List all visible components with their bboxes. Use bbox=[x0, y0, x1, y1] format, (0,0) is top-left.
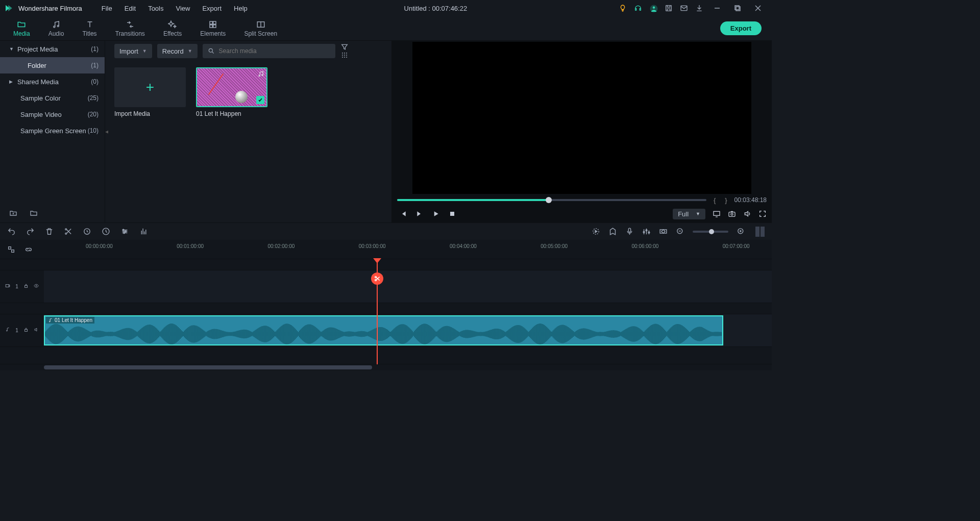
add-folder-icon[interactable] bbox=[9, 209, 17, 217]
speed-icon[interactable] bbox=[102, 227, 110, 236]
svg-rect-13 bbox=[210, 24, 212, 27]
headphones-icon[interactable] bbox=[634, 4, 642, 12]
search-input[interactable] bbox=[219, 47, 330, 55]
render-icon[interactable] bbox=[592, 227, 600, 236]
plus-icon: + bbox=[146, 79, 154, 95]
sidebar-item-sample-color[interactable]: Sample Color (25) bbox=[0, 90, 105, 106]
mute-icon[interactable] bbox=[34, 327, 39, 334]
timeline-scrollbar[interactable] bbox=[44, 365, 372, 369]
fullscreen-icon[interactable] bbox=[758, 210, 767, 218]
mark-in-icon[interactable]: { bbox=[712, 196, 718, 204]
preview-seek-slider[interactable] bbox=[397, 199, 706, 201]
video-track[interactable]: 1 bbox=[0, 270, 772, 303]
zoom-fit-icon[interactable] bbox=[755, 227, 765, 237]
audio-clip[interactable]: 01 Let It Happen bbox=[44, 315, 723, 345]
zoom-in-icon[interactable] bbox=[737, 227, 745, 236]
playhead[interactable] bbox=[377, 259, 378, 364]
sidebar-item-sample-video[interactable]: Sample Video (20) bbox=[0, 106, 105, 122]
svg-rect-53 bbox=[24, 286, 27, 288]
zoom-out-icon[interactable] bbox=[676, 227, 684, 236]
music-note-icon bbox=[48, 318, 53, 323]
menu-view[interactable]: View bbox=[170, 3, 195, 14]
display-icon[interactable] bbox=[713, 210, 721, 218]
voiceover-icon[interactable] bbox=[625, 227, 634, 236]
split-playhead-icon[interactable] bbox=[371, 272, 383, 285]
color-icon[interactable] bbox=[120, 227, 129, 236]
window-minimize[interactable] bbox=[710, 2, 724, 15]
mark-out-icon[interactable]: } bbox=[723, 196, 729, 204]
download-icon[interactable] bbox=[695, 4, 703, 12]
import-dropdown[interactable]: Import ▼ bbox=[114, 44, 152, 58]
record-label: Record bbox=[162, 47, 184, 55]
record-dropdown[interactable]: Record ▼ bbox=[157, 44, 198, 58]
folder-nav-icon[interactable] bbox=[30, 209, 38, 217]
svg-point-37 bbox=[122, 229, 124, 231]
media-clip-thumb[interactable] bbox=[196, 67, 267, 107]
menu-help[interactable]: Help bbox=[229, 3, 253, 14]
sidebar-item-project-media[interactable]: ▼ Project Media (1) bbox=[0, 41, 105, 57]
svg-point-25 bbox=[344, 57, 345, 58]
svg-rect-2 bbox=[666, 6, 672, 11]
lock-icon[interactable] bbox=[23, 327, 29, 334]
audio-track[interactable]: 1 01 Let It Happen bbox=[0, 314, 772, 347]
svg-rect-49 bbox=[12, 250, 14, 252]
tab-elements[interactable]: Elements bbox=[191, 18, 235, 39]
grid-view-icon[interactable] bbox=[340, 51, 349, 59]
filter-icon[interactable] bbox=[340, 43, 349, 51]
volume-icon[interactable] bbox=[743, 210, 751, 218]
project-title: Untitled : 00:07:46:22 bbox=[255, 5, 617, 12]
sidebar-item-sample-green[interactable]: Sample Green Screen (10) bbox=[0, 122, 105, 139]
export-button[interactable]: Export bbox=[720, 21, 762, 35]
sidebar-item-shared-media[interactable]: ▶ Shared Media (0) bbox=[0, 73, 105, 90]
window-close[interactable] bbox=[751, 2, 765, 15]
timeline-ruler[interactable]: 00:00:00:0000:01:00:0000:02:00:0000:03:0… bbox=[86, 243, 772, 256]
tip-icon[interactable] bbox=[619, 4, 627, 12]
marker-icon[interactable] bbox=[608, 227, 617, 236]
sidebar-item-label: Sample Green Screen bbox=[20, 127, 88, 135]
audio-adjust-icon[interactable] bbox=[139, 227, 148, 236]
mail-icon[interactable] bbox=[680, 4, 688, 12]
account-icon[interactable] bbox=[649, 4, 657, 12]
menu-file[interactable]: File bbox=[96, 3, 117, 14]
stop-button[interactable] bbox=[448, 210, 456, 218]
snapshot-icon[interactable] bbox=[728, 210, 736, 218]
sidebar-item-folder[interactable]: Folder (1) bbox=[0, 57, 105, 73]
tab-audio[interactable]: Audio bbox=[39, 18, 74, 39]
eye-icon[interactable] bbox=[34, 283, 39, 290]
undo-icon[interactable] bbox=[7, 227, 16, 236]
keyframe-icon[interactable] bbox=[659, 227, 668, 236]
window-maximize[interactable] bbox=[731, 2, 744, 15]
play-button[interactable] bbox=[432, 210, 440, 218]
video-track-icon bbox=[5, 283, 10, 290]
tab-split-screen[interactable]: Split Screen bbox=[235, 18, 286, 39]
tab-effects[interactable]: Effects bbox=[154, 18, 191, 39]
timeline-snap-icon[interactable] bbox=[7, 245, 15, 254]
crop-icon[interactable] bbox=[83, 227, 91, 236]
delete-icon[interactable] bbox=[45, 227, 54, 236]
zoom-slider[interactable] bbox=[693, 231, 728, 233]
next-frame-button[interactable] bbox=[415, 210, 424, 218]
save-icon[interactable] bbox=[665, 4, 673, 12]
zoom-knob[interactable] bbox=[709, 229, 714, 234]
elements-icon bbox=[208, 20, 217, 29]
menu-edit[interactable]: Edit bbox=[119, 3, 141, 14]
menu-export[interactable]: Export bbox=[197, 3, 227, 14]
mixer-icon[interactable] bbox=[642, 227, 651, 236]
menu-tools[interactable]: Tools bbox=[143, 3, 168, 14]
svg-rect-12 bbox=[213, 21, 216, 24]
lock-icon[interactable] bbox=[23, 283, 29, 290]
seek-knob[interactable] bbox=[546, 197, 552, 203]
tab-media[interactable]: Media bbox=[4, 18, 39, 39]
sidebar-item-count: (0) bbox=[91, 78, 99, 85]
preview-quality-selector[interactable]: Full ▼ bbox=[673, 209, 705, 219]
tab-titles[interactable]: Titles bbox=[73, 18, 106, 39]
text-icon bbox=[85, 20, 94, 29]
svg-point-22 bbox=[344, 55, 345, 56]
link-icon[interactable] bbox=[24, 245, 33, 254]
redo-icon[interactable] bbox=[26, 227, 35, 236]
import-media-thumb[interactable]: + bbox=[114, 67, 186, 107]
tab-transitions[interactable]: Transitions bbox=[106, 18, 154, 39]
sidebar-item-label: Sample Color bbox=[20, 94, 88, 102]
split-icon[interactable] bbox=[64, 227, 72, 236]
prev-frame-button[interactable] bbox=[399, 210, 407, 218]
